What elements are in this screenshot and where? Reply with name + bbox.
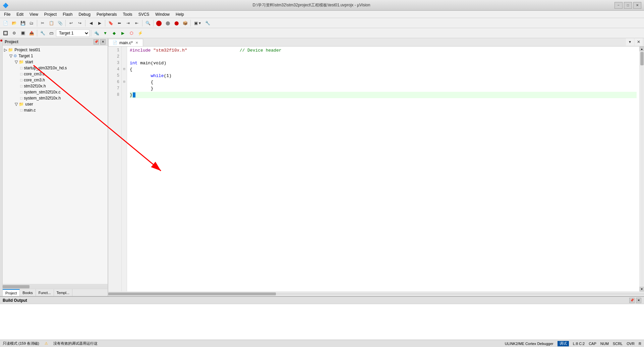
toolbar-sep2: [65, 20, 66, 26]
menu-item-tools[interactable]: Tools: [120, 11, 135, 17]
unindent-btn[interactable]: ⇤: [133, 19, 141, 27]
tree-item[interactable]: □system_stm32f10x.h: [3, 95, 108, 101]
hscroll-track[interactable]: [108, 292, 644, 295]
fold-cell[interactable]: ⊟: [122, 66, 127, 72]
tree-item[interactable]: ▷ 📁Project: test01: [3, 47, 108, 53]
tree-item[interactable]: □startup_stm32f10x_hd.s: [3, 65, 108, 71]
stop-btn[interactable]: ⬤: [164, 19, 172, 27]
undo-btn[interactable]: ↩: [67, 19, 75, 27]
target-select[interactable]: Target 1: [56, 29, 90, 37]
fold-cell[interactable]: [122, 47, 127, 53]
rebuild-btn[interactable]: ⬤: [172, 19, 180, 27]
close-button[interactable]: ✕: [633, 2, 641, 9]
tree-item[interactable]: □main.c: [3, 107, 108, 113]
nav-fwd-btn[interactable]: ▶: [96, 19, 104, 27]
tb2-browse-btn[interactable]: 🗃: [47, 29, 55, 37]
build-panel-pin-btn[interactable]: 📌: [629, 298, 635, 303]
tb2-run-btn[interactable]: ▶: [119, 29, 127, 37]
menu-item-help[interactable]: Help: [173, 11, 187, 17]
code-line[interactable]: #include "stm32f10x.h" // Device header: [130, 47, 637, 54]
panel-tab-funct[interactable]: Funct...: [36, 289, 54, 296]
open-btn[interactable]: 📂: [10, 19, 18, 27]
panel-tab-templ[interactable]: Templ...: [54, 289, 73, 296]
bookmark-nav-btn[interactable]: ⬅: [115, 19, 123, 27]
tb2-diamond-btn[interactable]: ◆: [110, 29, 118, 37]
maximize-button[interactable]: □: [624, 2, 632, 9]
project-panel: Project 📌 ✕ ▷ 📁Project: test01▽ ⚙Target …: [3, 38, 108, 296]
code-line[interactable]: [130, 54, 637, 60]
redo-btn[interactable]: ↪: [76, 19, 84, 27]
tree-item[interactable]: ▽ ⚙Target 1: [3, 53, 108, 59]
vscroll-up-btn[interactable]: ▲: [640, 47, 644, 51]
fold-cell[interactable]: ⊟: [122, 78, 127, 85]
menu-item-debug[interactable]: Debug: [76, 11, 93, 17]
vscroll-thumb[interactable]: [640, 52, 644, 65]
project-hscroll[interactable]: [3, 284, 108, 289]
menu-item-svcs[interactable]: SVCS: [136, 11, 152, 17]
panel-close-btn[interactable]: ✕: [100, 39, 106, 45]
code-content[interactable]: #include "stm32f10x.h" // Device header …: [127, 47, 639, 291]
fold-cell[interactable]: [122, 59, 127, 66]
panel-tab-project[interactable]: Project: [3, 289, 20, 296]
tree-item[interactable]: □stm32f10x.h: [3, 83, 108, 89]
tb2-btn1[interactable]: 🔲: [1, 29, 9, 37]
menu-item-view[interactable]: View: [27, 11, 41, 17]
bookmark-btn[interactable]: 🔖: [107, 19, 115, 27]
menu-item-edit[interactable]: Edit: [14, 11, 26, 17]
menu-item-file[interactable]: File: [1, 11, 13, 17]
tree-item[interactable]: □system_stm32f10x.c: [3, 89, 108, 95]
hscroll-thumb[interactable]: [108, 292, 276, 295]
cut-btn[interactable]: ✂: [39, 19, 47, 27]
tb2-btn2[interactable]: ⚙: [10, 29, 18, 37]
vscroll-down-btn[interactable]: ▼: [640, 287, 644, 291]
editor-vscroll[interactable]: ▲ ▼: [639, 47, 644, 291]
fold-cell[interactable]: [122, 53, 127, 59]
nav-back-btn[interactable]: ◀: [87, 19, 95, 27]
tree-item[interactable]: ▽ 📁user: [3, 101, 108, 107]
tree-item[interactable]: □core_cm3.c: [3, 71, 108, 77]
tb2-btn4[interactable]: 📤: [27, 29, 36, 37]
tb2-stop-btn[interactable]: ⬡: [127, 29, 135, 37]
indent-btn[interactable]: ⇥: [124, 19, 132, 27]
tb2-btn3[interactable]: 🔳: [19, 29, 27, 37]
find-btn[interactable]: 🔍: [144, 19, 152, 27]
panel-pin-btn[interactable]: 📌: [94, 39, 99, 45]
code-line[interactable]: int main(void): [130, 60, 637, 66]
build-panel-close-btn[interactable]: ✕: [636, 298, 641, 303]
options-btn[interactable]: ▣ ▾: [192, 19, 203, 27]
code-line[interactable]: }: [130, 92, 637, 98]
paste-btn[interactable]: 📎: [56, 19, 64, 27]
fold-cell[interactable]: [122, 91, 127, 97]
settings-btn[interactable]: 🔧: [203, 19, 212, 27]
batch-btn[interactable]: 📦: [181, 19, 189, 27]
tree-item[interactable]: □core_cm3.h: [3, 77, 108, 83]
code-line[interactable]: while(1): [130, 73, 637, 79]
tree-item[interactable]: ▽ 📁start: [3, 59, 108, 65]
menu-item-window[interactable]: Window: [153, 11, 172, 17]
code-line[interactable]: {: [130, 79, 637, 85]
code-line[interactable]: }: [130, 85, 637, 92]
vscroll-track[interactable]: [640, 52, 644, 286]
tb2-prog-btn[interactable]: ▼: [101, 29, 109, 37]
menu-item-peripherals[interactable]: Peripherals: [94, 11, 120, 17]
build-btn[interactable]: ⬤: [155, 19, 163, 27]
tab-close-editor-btn[interactable]: ✕: [635, 38, 643, 46]
new-file-btn[interactable]: 📄: [1, 19, 9, 27]
tb2-opt-btn[interactable]: 🔩: [93, 29, 101, 37]
save-btn[interactable]: 💾: [19, 19, 27, 27]
menu-item-flash[interactable]: Flash: [60, 11, 75, 17]
save-all-btn[interactable]: 🗂: [27, 19, 36, 27]
fold-cell[interactable]: [122, 72, 127, 78]
tb2-flash-btn[interactable]: ⚡: [136, 29, 144, 37]
minimize-button[interactable]: −: [614, 2, 623, 9]
tb2-config-btn[interactable]: 🔧: [39, 29, 47, 37]
tab-dropdown-btn[interactable]: ▾: [626, 38, 634, 46]
copy-btn[interactable]: 📋: [47, 19, 55, 27]
tab-close-btn[interactable]: ✕: [135, 41, 139, 45]
menu-item-project[interactable]: Project: [42, 11, 59, 17]
editor-tab-main[interactable]: 📄 main.c* ✕: [108, 39, 143, 46]
panel-tab-books[interactable]: Books: [20, 289, 36, 296]
fold-cell[interactable]: [122, 85, 127, 91]
code-line[interactable]: {: [130, 66, 637, 73]
editor-hscroll[interactable]: [108, 291, 644, 296]
